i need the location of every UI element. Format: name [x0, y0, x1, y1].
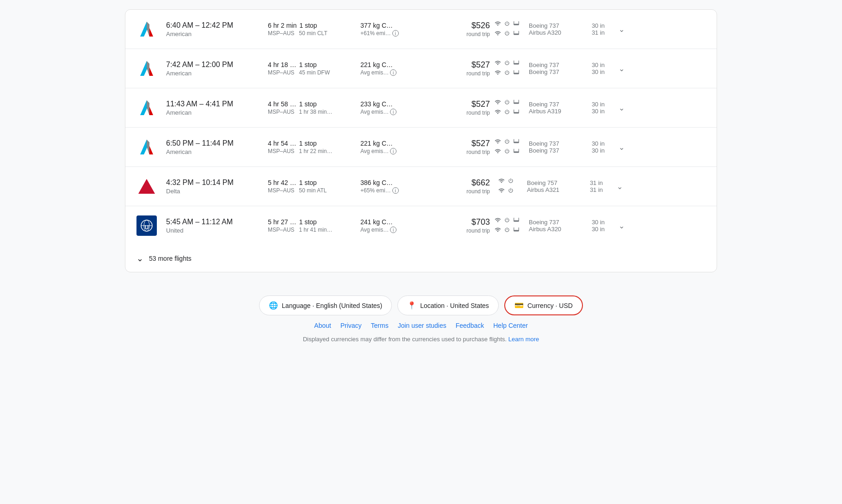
about-link[interactable]: About [314, 322, 331, 329]
amenity-row-top [495, 60, 520, 68]
duration-text: 5 hr 42 … [268, 179, 296, 186]
learn-more-link[interactable]: Learn more [508, 336, 539, 343]
footer-buttons: 🌐 Language · English (United States) 📍 L… [259, 295, 583, 315]
more-flights-row[interactable]: ⌄ 53 more flights [125, 245, 717, 272]
power-icon-2 [504, 109, 510, 117]
location-label: Location · United States [420, 302, 489, 309]
emissions-text: 386 kg C… [360, 179, 434, 186]
amenity-row-bottom [495, 109, 520, 117]
flight-time-column: 7:42 AM – 12:00 PM American [166, 61, 268, 77]
emissions-text: 377 kg C… [360, 22, 434, 29]
screen-icon [513, 217, 520, 225]
expand-chevron-icon[interactable]: ⌄ [619, 64, 625, 73]
emissions-column: 233 kg C… Avg emis… i [360, 100, 434, 115]
flight-time-column: 6:50 PM – 11:44 PM American [166, 139, 268, 155]
join-studies-link[interactable]: Join user studies [398, 322, 446, 329]
emissions-detail: Avg emis… i [360, 227, 434, 233]
price-column: $527 round trip [434, 60, 490, 77]
expand-chevron-icon[interactable]: ⌄ [619, 143, 625, 152]
info-icon[interactable]: i [390, 227, 396, 233]
duration-text: 5 hr 27 … [268, 218, 296, 226]
seat-column: 30 in 31 in [584, 22, 612, 36]
power-icon [504, 138, 510, 146]
stops-text: 1 stop [299, 218, 316, 226]
price-text: $526 [434, 21, 490, 31]
svg-marker-12 [138, 179, 155, 194]
flight-row[interactable]: 11:43 AM – 4:41 PM American 4 hr 58 … 1 … [125, 88, 717, 128]
aircraft-text-2: Boeing 737 [529, 147, 580, 154]
seat-column: 31 in 31 in [582, 179, 610, 193]
power-icon-2 [504, 148, 510, 156]
wifi-icon-2 [495, 148, 501, 156]
amenity-row-bottom [495, 30, 520, 38]
info-icon[interactable]: i [390, 109, 396, 115]
info-icon[interactable]: i [392, 187, 399, 194]
aircraft-text-2: Airbus A321 [527, 186, 578, 193]
svg-marker-8 [147, 100, 149, 115]
aircraft-column: Boeing 737 Airbus A320 [524, 219, 584, 233]
amenity-row-bottom [495, 148, 520, 156]
amenities-column [490, 217, 524, 234]
route-info: MSP–AUS 50 min CLT [268, 30, 360, 37]
expand-chevron-icon[interactable]: ⌄ [619, 221, 625, 230]
route-info: MSP–AUS 45 min DFW [268, 69, 360, 76]
screen-icon-2 [513, 30, 520, 38]
screen-icon [513, 60, 520, 68]
info-icon[interactable]: i [390, 148, 396, 154]
seat-text-1: 31 in [582, 179, 610, 186]
aircraft-text-2: Boeing 737 [529, 68, 580, 75]
flight-duration-column: 5 hr 27 … 1 stop MSP–AUS 1 hr 41 min… [268, 218, 360, 233]
aircraft-text-1: Boeing 757 [527, 179, 578, 186]
screen-icon [513, 138, 520, 146]
screen-icon-2 [513, 69, 520, 77]
feedback-link[interactable]: Feedback [456, 322, 484, 329]
expand-chevron-icon[interactable]: ⌄ [619, 25, 625, 34]
privacy-link[interactable]: Privacy [341, 322, 362, 329]
expand-column: ⌄ [610, 182, 629, 191]
price-column: $703 round trip [434, 217, 490, 234]
wifi-icon [495, 99, 501, 107]
aircraft-text-2: Airbus A319 [529, 108, 580, 115]
flight-time-column: 6:40 AM – 12:42 PM American [166, 21, 268, 37]
price-type: round trip [434, 31, 490, 37]
price-column: $662 round trip [434, 178, 490, 195]
location-button[interactable]: 📍 Location · United States [397, 295, 499, 315]
language-button[interactable]: 🌐 Language · English (United States) [259, 295, 392, 315]
seat-text-2: 30 in [584, 226, 612, 233]
wifi-icon [498, 178, 505, 185]
expand-column: ⌄ [612, 143, 631, 152]
power-icon-2 [504, 69, 510, 77]
emissions-column: 221 kg C… Avg emis… i [360, 61, 434, 76]
price-column: $527 round trip [434, 139, 490, 155]
power-icon [504, 20, 510, 28]
duration-text: 4 hr 18 … [268, 61, 296, 68]
duration-text: 4 hr 58 … [268, 100, 296, 108]
aircraft-column: Boeing 737 Airbus A319 [524, 101, 584, 115]
flight-duration-column: 5 hr 42 … 1 stop MSP–AUS 50 min ATL [268, 179, 360, 194]
flight-duration-column: 6 hr 2 min 1 stop MSP–AUS 50 min CLT [268, 22, 360, 37]
power-icon [504, 217, 510, 225]
flight-row[interactable]: U 5:45 AM – 11:12 AM United 5 hr 27 … 1 … [125, 206, 717, 245]
info-icon[interactable]: i [390, 69, 396, 76]
amenity-row-top [495, 138, 520, 146]
flight-row[interactable]: 6:40 AM – 12:42 PM American 6 hr 2 min 1… [125, 10, 717, 49]
amenities-column [490, 60, 524, 77]
info-icon[interactable]: i [392, 30, 399, 37]
route-info: MSP–AUS 1 hr 22 min… [268, 148, 360, 154]
wifi-icon [495, 60, 501, 68]
help-center-link[interactable]: Help Center [493, 322, 528, 329]
flight-row[interactable]: 6:50 PM – 11:44 PM American 4 hr 54 … 1 … [125, 128, 717, 167]
terms-link[interactable]: Terms [371, 322, 389, 329]
expand-chevron-icon[interactable]: ⌄ [617, 182, 623, 191]
stops-text: 1 stop [299, 100, 316, 108]
expand-chevron-icon[interactable]: ⌄ [619, 104, 625, 112]
seat-text-1: 30 in [584, 61, 612, 68]
emissions-detail: Avg emis… i [360, 148, 434, 154]
price-type: round trip [434, 227, 490, 234]
svg-marker-5 [147, 61, 149, 76]
seat-column: 30 in 30 in [584, 101, 612, 115]
flight-row[interactable]: 7:42 AM – 12:00 PM American 4 hr 18 … 1 … [125, 49, 717, 88]
power-icon [504, 99, 510, 107]
currency-button[interactable]: 💳 Currency · USD [504, 295, 583, 315]
flight-row[interactable]: 4:32 PM – 10:14 PM Delta 5 hr 42 … 1 sto… [125, 167, 717, 206]
